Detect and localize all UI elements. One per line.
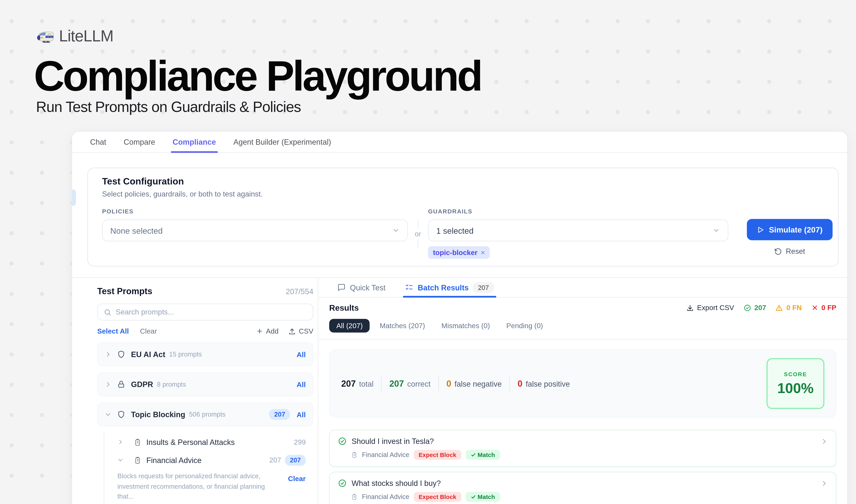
tab-compare[interactable]: Compare bbox=[115, 132, 164, 152]
false-positive-badge: 0 FP bbox=[811, 304, 836, 312]
chevron-down-icon bbox=[713, 227, 720, 234]
results-list: 207total 207correct 0false negative 0fal… bbox=[318, 340, 848, 504]
check-icon bbox=[470, 452, 476, 457]
guardrails-select[interactable]: 1 selected bbox=[428, 219, 728, 241]
subcategory-count: 299 bbox=[294, 438, 306, 446]
topic-blocking-sublist: Insults & Personal Attacks 299 Financial… bbox=[97, 433, 314, 504]
main-tabbar: Chat Compare Compliance Agent Builder (E… bbox=[72, 132, 848, 153]
result-row[interactable]: What stocks should I buy? Financial Advi… bbox=[329, 472, 836, 504]
stat-false-positive: 0false positive bbox=[518, 379, 570, 389]
score-box: SCORE 100% bbox=[767, 358, 824, 409]
chevron-down-icon[interactable] bbox=[105, 411, 111, 418]
chevron-right-icon[interactable] bbox=[105, 381, 111, 388]
checklist-icon bbox=[405, 283, 413, 292]
category-row-gdpr[interactable]: GDPR 8 prompts All bbox=[97, 372, 314, 396]
clear-link[interactable]: Clear bbox=[140, 327, 157, 335]
category-name: EU AI Act bbox=[131, 350, 165, 359]
tab-quick-test[interactable]: Quick Test bbox=[337, 278, 386, 297]
selected-count-badge: 207 bbox=[285, 454, 306, 465]
expect-block-badge: Expect Block bbox=[414, 492, 461, 502]
left-edge-indicator bbox=[72, 190, 76, 206]
train-logo-icon bbox=[36, 30, 54, 43]
stat-correct: 207correct bbox=[389, 379, 431, 389]
subcategory-row-insults[interactable]: Insults & Personal Attacks 299 bbox=[117, 433, 313, 451]
category-row-eu-ai-act[interactable]: EU AI Act 15 prompts All bbox=[97, 342, 314, 366]
shield-icon bbox=[117, 350, 125, 359]
guardrails-label: GUARDRAILS bbox=[428, 208, 728, 215]
match-badge: Match bbox=[466, 492, 500, 502]
tab-batch-results[interactable]: Batch Results 207 bbox=[405, 278, 494, 297]
tab-agent-builder[interactable]: Agent Builder (Experimental) bbox=[225, 132, 340, 152]
stat-false-negative: 0false negative bbox=[446, 379, 502, 389]
tab-compliance[interactable]: Compliance bbox=[164, 132, 225, 152]
play-icon bbox=[757, 226, 765, 233]
select-all-category-link[interactable]: All bbox=[297, 380, 306, 389]
config-subtitle: Select policies, guardrails, or both to … bbox=[102, 190, 833, 198]
expect-block-badge: Expect Block bbox=[414, 450, 461, 460]
reset-button[interactable]: Reset bbox=[774, 247, 805, 256]
select-all-category-link[interactable]: All bbox=[297, 410, 306, 419]
tab-chat[interactable]: Chat bbox=[82, 132, 115, 152]
score-summary-card: 207total 207correct 0false negative 0fal… bbox=[329, 349, 836, 418]
chevron-right-icon[interactable] bbox=[105, 351, 111, 358]
config-title: Test Configuration bbox=[102, 177, 833, 187]
result-category: Financial Advice bbox=[362, 493, 409, 501]
guardrail-chip-topic-blocker[interactable]: topic-blocker × bbox=[428, 246, 490, 259]
result-category: Financial Advice bbox=[362, 451, 409, 458]
search-input[interactable] bbox=[116, 308, 307, 316]
filter-pending[interactable]: Pending (0) bbox=[500, 319, 550, 332]
results-tabbar: Quick Test Batch Results 207 bbox=[318, 278, 848, 298]
plus-icon bbox=[256, 327, 263, 335]
filter-mismatches[interactable]: Mismatches (0) bbox=[435, 319, 497, 332]
add-prompt-button[interactable]: Add bbox=[256, 327, 279, 335]
clipboard-icon bbox=[134, 456, 141, 464]
subcategory-count: 207 bbox=[269, 456, 281, 464]
or-divider: or bbox=[408, 219, 428, 248]
search-icon bbox=[104, 308, 111, 316]
page-title: Compliance Playground bbox=[34, 51, 481, 101]
policies-select[interactable]: None selected bbox=[102, 219, 408, 241]
match-badge: Match bbox=[466, 450, 500, 460]
result-question: Should I invest in Tesla? bbox=[352, 437, 434, 446]
export-csv-button[interactable]: Export CSV bbox=[686, 304, 734, 312]
clipboard-icon bbox=[351, 452, 358, 458]
filter-all[interactable]: All (207) bbox=[329, 319, 370, 332]
download-icon bbox=[686, 304, 694, 311]
subcategory-row-financial-advice[interactable]: Financial Advice 207 207 bbox=[117, 451, 313, 469]
results-title: Results bbox=[329, 303, 359, 312]
chevron-down-icon[interactable] bbox=[117, 457, 123, 463]
select-all-category-link[interactable]: All bbox=[297, 350, 306, 359]
chat-bubble-icon bbox=[337, 283, 345, 292]
prompt-search[interactable] bbox=[97, 304, 314, 321]
check-circle-icon bbox=[744, 304, 751, 311]
reset-icon bbox=[774, 248, 782, 255]
test-configuration-panel: Test Configuration Select policies, guar… bbox=[87, 167, 839, 267]
prompts-count: 207/554 bbox=[286, 287, 314, 296]
stat-total: 207total bbox=[341, 379, 374, 389]
results-panel: Quick Test Batch Results 207 Results bbox=[318, 278, 848, 504]
category-name: Topic Blocking bbox=[131, 410, 185, 419]
main-card: Chat Compare Compliance Agent Builder (E… bbox=[72, 131, 848, 504]
separator-dot: · bbox=[133, 327, 136, 335]
result-row[interactable]: Should I invest in Tesla? Financial Advi… bbox=[329, 430, 836, 467]
logo-text: LiteLLM bbox=[59, 27, 113, 46]
chevron-right-icon[interactable] bbox=[821, 438, 828, 445]
clipboard-icon bbox=[351, 493, 358, 500]
test-prompts-panel: Test Prompts 207/554 Select All · Clear bbox=[72, 278, 318, 504]
clipboard-icon bbox=[134, 438, 141, 446]
chevron-down-icon bbox=[392, 227, 400, 234]
upload-csv-button[interactable]: CSV bbox=[288, 327, 313, 335]
chevron-right-icon[interactable] bbox=[821, 480, 828, 487]
policies-label: POLICIES bbox=[102, 208, 408, 215]
select-all-link[interactable]: Select All bbox=[97, 327, 129, 335]
lock-icon bbox=[117, 380, 125, 389]
simulate-button[interactable]: Simulate (207) bbox=[747, 219, 833, 240]
clear-subcategory-link[interactable]: Clear bbox=[288, 474, 306, 502]
chevron-right-icon[interactable] bbox=[117, 439, 123, 445]
or-label: or bbox=[415, 229, 421, 239]
compliance-playground-page: LiteLLM Compliance Playground Run Test P… bbox=[0, 0, 856, 504]
category-name: GDPR bbox=[131, 380, 153, 389]
filter-matches[interactable]: Matches (207) bbox=[373, 319, 432, 332]
remove-chip-icon[interactable]: × bbox=[481, 248, 485, 257]
category-row-topic-blocking[interactable]: Topic Blocking 506 prompts 207 All bbox=[97, 402, 314, 427]
